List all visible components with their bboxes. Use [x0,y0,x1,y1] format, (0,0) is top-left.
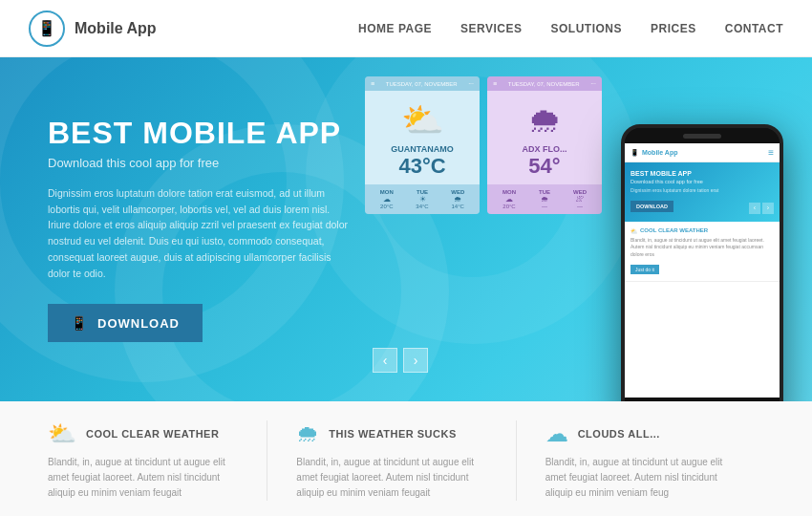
download-label: DOWNLOAD [97,316,180,331]
screen-prev: ‹ [749,203,760,214]
card1-dots: ··· [468,80,474,87]
feature-desc-3: Blandit, in, augue at tincidunt ut augue… [545,455,736,501]
feature-icon-1: ⛅ [48,420,76,447]
hero-content: BEST MOBILE APP Download this cool app f… [0,117,401,343]
card1-date: TUESDAY, 07, NOVEMBER [386,81,458,87]
download-button[interactable]: 📱 DOWNLOAD [48,304,203,342]
card2-day2: TUE 🌧 — [539,189,550,209]
hero-arrows: ‹ › [373,348,428,373]
nav-contact[interactable]: CONTACT [725,22,783,35]
screen-arrows: ‹ › [749,203,774,214]
card2-temp: 54° [487,154,602,184]
screen-hero-desc: Dignissim eros luptatum dolore tation er… [630,187,774,195]
hero-title: BEST MOBILE APP [48,117,353,150]
card2-dots: ··· [590,80,596,87]
phone-bottom [625,398,780,401]
card2-header: ≡ TUESDAY, 07, NOVEMBER ··· [487,76,602,91]
feature-item-2: 🌧 THIS WEATHER SUCKS Blandit, in, augue … [296,420,516,501]
screen-menu-icon: ≡ [768,147,774,158]
feature-title-1: COOL CLEAR WEATHER [86,428,219,440]
phone-cards-container: ≡ TUESDAY, 07, NOVEMBER ··· ⛅ GUANTANAMO… [365,76,602,214]
feature-item-3: ☁ CLOUDS ALL... Blandit, in, augue at ti… [545,420,764,501]
screen-logo-text: Mobile App [642,149,677,156]
screen-logo-icon: 📱 [630,149,639,157]
main-nav: HOME PAGE SERVICES SOLUTIONS PRICES CONT… [358,22,783,35]
card1-city: GUANTANAMO [365,144,480,154]
hero-description: Dignissim eros luptatum dolore tation er… [48,185,353,282]
hero-section: BEST MOBILE APP Download this cool app f… [0,57,812,401]
card1-footer: MON ☁ 20°C TUE ☀ 34°C WED 🌧 14°C [365,184,480,214]
logo-icon: 📱 [29,11,65,47]
nav-services[interactable]: SERVICES [460,22,522,35]
logo-text: Mobile App [75,20,157,37]
weather-card-1: ≡ TUESDAY, 07, NOVEMBER ··· ⛅ GUANTANAMO… [365,76,480,214]
card1-header: ≡ TUESDAY, 07, NOVEMBER ··· [365,76,480,91]
features-section: ⛅ COOL CLEAR WEATHER Blandit, in, augue … [0,401,812,516]
screen-header: 📱 Mobile App ≡ [625,143,780,162]
screen-download-btn: DOWNLOAD [630,201,673,212]
screen-hero-subtitle: Download this cool app for free [630,179,774,184]
feature-title-3: CLOUDS ALL... [578,428,660,440]
prev-arrow-button[interactable]: ‹ [373,348,397,373]
card2-day3: WED ⛈ — [573,189,587,209]
phone-icon: 📱 [71,315,88,331]
screen-logo: 📱 Mobile App [630,149,677,157]
card2-weather-icon: 🌧 [487,91,602,144]
card2-footer: MON ☁ 20°C TUE 🌧 — WED ⛈ — [487,184,602,214]
screen-feature-icon: ⛅ [630,227,637,234]
nav-home[interactable]: HOME PAGE [358,22,432,35]
big-phone-mockup: 📱 Mobile App ≡ BEST MOBILE APP Download … [621,124,783,401]
screen-next: › [762,203,774,214]
feature-title-row-2: 🌧 THIS WEATHER SUCKS [296,420,486,447]
feature-desc-1: Blandit, in, augue at tincidunt ut augue… [48,455,238,501]
feature-desc-2: Blandit, in, augue at tincidunt ut augue… [296,455,486,501]
nav-prices[interactable]: PRICES [651,22,696,35]
feature-title-row-3: ☁ CLOUDS ALL... [545,420,736,447]
card1-weather-icon: ⛅ [365,91,480,144]
card2-city: ADX FLO... [487,144,602,154]
next-arrow-button[interactable]: › [403,348,428,373]
nav-solutions[interactable]: SOLUTIONS [551,22,623,35]
card1-day2: TUE ☀ 34°C [416,189,428,209]
feature-title-row-1: ⛅ COOL CLEAR WEATHER [48,420,238,447]
card2-day1: MON ☁ 20°C [502,189,516,209]
screen-hero: BEST MOBILE APP Download this cool app f… [625,162,780,222]
header: 📱 Mobile App HOME PAGE SERVICES SOLUTION… [0,0,812,57]
feature-title-2: THIS WEATHER SUCKS [329,428,456,440]
card2-date: TUESDAY, 07, NOVEMBER [508,81,580,87]
screen-feature: ⛅ COOL CLEAR WEATHER Blandit, in, augue … [625,222,780,283]
feature-icon-3: ☁ [545,420,568,447]
screen-feature-title: ⛅ COOL CLEAR WEATHER [630,227,774,234]
hero-subtitle: Download this cool app for free [48,156,353,170]
screen-hero-title: BEST MOBILE APP [630,170,774,177]
phone-screen: 📱 Mobile App ≡ BEST MOBILE APP Download … [625,143,780,398]
weather-card-2: ≡ TUESDAY, 07, NOVEMBER ··· 🌧 ADX FLO...… [487,76,602,214]
logo-area: 📱 Mobile App [29,11,358,47]
card2-menu-icon: ≡ [493,80,497,87]
phone-notch [625,128,780,143]
feature-item-1: ⛅ COOL CLEAR WEATHER Blandit, in, augue … [48,420,267,501]
feature-icon-2: 🌧 [296,420,319,447]
card1-day3: WED 🌧 14°C [451,189,464,209]
screen-feature-btn: Just do it [630,265,659,274]
card1-temp: 43°C [365,154,480,184]
card1-day1: MON ☁ 20°C [380,189,394,209]
card1-menu-icon: ≡ [371,80,374,87]
notch-bar [683,134,721,139]
screen-feature-text: Blandit, in, augue at tincidunt ut augue… [630,237,774,259]
